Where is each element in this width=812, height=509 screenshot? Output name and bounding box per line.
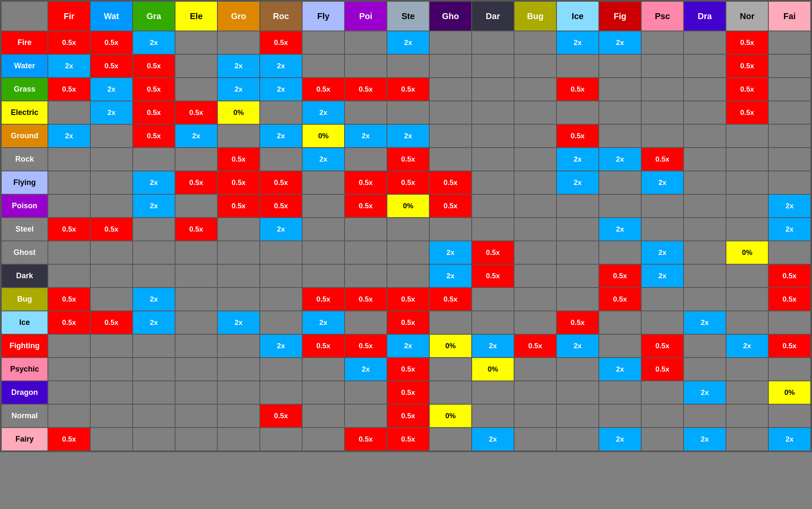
cell-dark-ele [175, 264, 217, 288]
header-psc: Psc [641, 1, 684, 31]
cell-flying-gra: 2x [133, 171, 175, 194]
header-gho: Gho [429, 1, 472, 31]
cell-fighting-fir [48, 334, 90, 358]
cell-electric-ele: 0.5x [175, 101, 217, 124]
cell-ghost-fly [302, 241, 345, 264]
cell-poison-nor [726, 194, 768, 218]
cell-electric-nor: 0.5x [726, 101, 768, 124]
cell-normal-dar [472, 404, 514, 428]
cell-steel-fig: 2x [599, 218, 641, 241]
cell-grass-wat: 2x [90, 78, 133, 101]
cell-fire-ele [175, 31, 217, 54]
cell-psychic-nor [726, 358, 768, 381]
cell-grass-ice: 0.5x [556, 78, 599, 101]
cell-flying-dar [472, 171, 514, 194]
cell-steel-poi [345, 218, 387, 241]
cell-steel-nor [726, 218, 768, 241]
cell-steel-psc [641, 218, 684, 241]
cell-dragon-fai: 0% [768, 381, 811, 404]
cell-water-ele [175, 54, 217, 78]
cell-dark-fai: 0.5x [768, 264, 811, 288]
cell-ice-fir: 0.5x [48, 311, 90, 334]
cell-dark-gro [217, 264, 260, 288]
cell-bug-fir: 0.5x [48, 288, 90, 311]
cell-water-roc: 2x [260, 54, 302, 78]
cell-electric-fig [599, 101, 641, 124]
cell-flying-fly [302, 171, 345, 194]
cell-fighting-ice: 2x [556, 334, 599, 358]
cell-dark-wat [90, 264, 133, 288]
cell-fire-wat: 0.5x [90, 31, 133, 54]
cell-fairy-poi: 0.5x [345, 428, 387, 451]
cell-steel-ice [556, 218, 599, 241]
cell-psychic-fai [768, 358, 811, 381]
cell-normal-psc [641, 404, 684, 428]
row-ground: Ground2x0.5x2x2x0%2x2x0.5x [1, 124, 811, 148]
cell-ice-nor [726, 311, 768, 334]
cell-steel-fly [302, 218, 345, 241]
cell-fire-gro [217, 31, 260, 54]
cell-ghost-dra [684, 241, 726, 264]
cell-ghost-fai [768, 241, 811, 264]
cell-ice-fig [599, 311, 641, 334]
cell-electric-gra: 0.5x [133, 101, 175, 124]
cell-dragon-ste: 0.5x [387, 381, 429, 404]
cell-flying-fig [599, 171, 641, 194]
cell-grass-psc [641, 78, 684, 101]
cell-grass-dar [472, 78, 514, 101]
cell-water-gra: 0.5x [133, 54, 175, 78]
row-water: Water2x0.5x0.5x2x2x0.5x [1, 54, 811, 78]
cell-water-poi [345, 54, 387, 78]
cell-fire-fir: 0.5x [48, 31, 90, 54]
cell-psychic-gra [133, 358, 175, 381]
cell-steel-bug [514, 218, 556, 241]
cell-dark-ste [387, 264, 429, 288]
cell-fire-gra: 2x [133, 31, 175, 54]
cell-grass-nor: 0.5x [726, 78, 768, 101]
cell-rock-poi [345, 148, 387, 171]
cell-poison-roc: 0.5x [260, 194, 302, 218]
cell-poison-fly [302, 194, 345, 218]
cell-psychic-fir [48, 358, 90, 381]
cell-fighting-psc: 0.5x [641, 334, 684, 358]
cell-psychic-fly [302, 358, 345, 381]
cell-fairy-dra: 2x [684, 428, 726, 451]
cell-dark-roc [260, 264, 302, 288]
cell-poison-dar [472, 194, 514, 218]
cell-dragon-roc [260, 381, 302, 404]
row-label-grass: Grass [1, 78, 48, 101]
cell-rock-ice: 2x [556, 148, 599, 171]
cell-ice-dar [472, 311, 514, 334]
cell-poison-gra: 2x [133, 194, 175, 218]
cell-flying-dra [684, 171, 726, 194]
cell-flying-fai [768, 171, 811, 194]
cell-dark-fly [302, 264, 345, 288]
cell-bug-ice [556, 288, 599, 311]
cell-dragon-wat [90, 381, 133, 404]
cell-fairy-bug [514, 428, 556, 451]
cell-psychic-ele [175, 358, 217, 381]
cell-poison-fig [599, 194, 641, 218]
cell-ice-fai [768, 311, 811, 334]
cell-rock-gho [429, 148, 472, 171]
cell-ground-dra [684, 124, 726, 148]
row-flying: Flying2x0.5x0.5x0.5x0.5x0.5x0.5x2x2x [1, 171, 811, 194]
header-gro: Gro [217, 1, 260, 31]
cell-normal-wat [90, 404, 133, 428]
row-steel: Steel0.5x0.5x0.5x2x2x2x [1, 218, 811, 241]
cell-grass-roc: 2x [260, 78, 302, 101]
cell-fire-dar [472, 31, 514, 54]
cell-dragon-poi [345, 381, 387, 404]
cell-ground-gho [429, 124, 472, 148]
cell-rock-nor [726, 148, 768, 171]
cell-ghost-wat [90, 241, 133, 264]
cell-ghost-ste [387, 241, 429, 264]
cell-steel-gra [133, 218, 175, 241]
cell-rock-roc [260, 148, 302, 171]
cell-fire-psc [641, 31, 684, 54]
cell-fairy-roc [260, 428, 302, 451]
cell-water-nor: 0.5x [726, 54, 768, 78]
row-label-psychic: Psychic [1, 358, 48, 381]
cell-fighting-dra [684, 334, 726, 358]
cell-normal-ele [175, 404, 217, 428]
